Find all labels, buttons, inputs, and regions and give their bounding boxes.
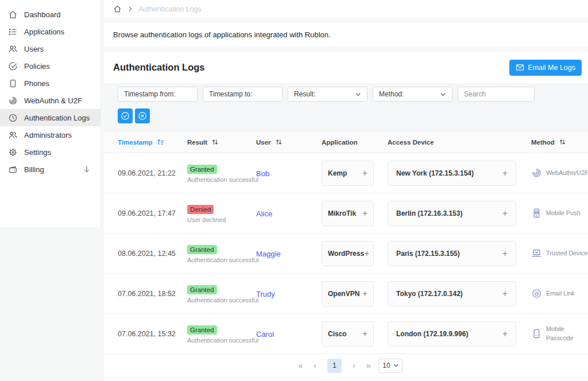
column-header-user[interactable]: User — [256, 138, 322, 146]
search-input[interactable]: Search — [458, 87, 535, 102]
column-header-application[interactable]: Application — [322, 139, 388, 146]
sidebar-item-webauthn-u2f[interactable]: WebAuthn & U2F — [0, 92, 100, 109]
list-icon — [8, 27, 18, 37]
sidebar-item-administrators[interactable]: Administrators — [0, 126, 100, 143]
application-cell: MikroTik + — [322, 201, 388, 226]
column-header-access-device[interactable]: Access Device — [388, 139, 531, 146]
table-row: 07.06.2021, 18:52 Granted Authentication… — [104, 274, 588, 314]
user-link[interactable]: Maggie — [256, 250, 281, 258]
trusted-device-icon — [531, 248, 542, 259]
pagination-first-icon[interactable]: « — [299, 361, 303, 370]
sidebar-item-policies[interactable]: Policies — [0, 57, 100, 75]
method-cell: Mobile Passcode — [531, 325, 588, 343]
access-device-box[interactable]: New York (172.15.3.154) + — [388, 161, 516, 186]
filters-section: Timestamp from: Timestamp to: Result: Me… — [104, 83, 588, 131]
breadcrumb-home-icon[interactable] — [113, 5, 122, 13]
check-circle-icon — [8, 61, 18, 71]
plus-icon[interactable]: + — [502, 248, 508, 259]
access-device-cell: Tokyo (172.17.0.142) + — [388, 281, 531, 306]
sidebar-item-authentication-logs[interactable]: Authentication Logs — [0, 109, 100, 126]
application-box[interactable]: OpenVPN + — [322, 281, 374, 306]
apply-filters-button[interactable] — [118, 108, 133, 123]
email-me-logs-button[interactable]: Email Me Logs — [509, 60, 582, 76]
user-link[interactable]: Trudy — [256, 290, 275, 298]
billing-expand-arrow-icon[interactable] — [82, 165, 91, 174]
user-link[interactable]: Alice — [256, 209, 272, 218]
plus-icon[interactable]: + — [362, 208, 368, 219]
application-box[interactable]: WordPress + — [322, 241, 374, 266]
plus-icon[interactable]: + — [502, 208, 508, 219]
access-device-box[interactable]: Berlin (172.16.3.153) + — [388, 201, 516, 226]
sidebar-item-users[interactable]: Users — [0, 40, 100, 57]
method-cell: @ Email Link — [531, 288, 588, 299]
result-detail: Authentication successful — [187, 176, 256, 183]
users-icon — [8, 130, 18, 140]
user-link[interactable]: Carol — [256, 330, 274, 339]
sidebar-item-dashboard[interactable]: Dashboard — [0, 6, 100, 23]
sidebar-item-label: WebAuthn & U2F — [24, 96, 82, 105]
column-header-method[interactable]: Method — [531, 138, 588, 146]
breadcrumb-chevron-icon — [127, 6, 133, 12]
column-header-timestamp[interactable]: Timestamp — [118, 138, 187, 146]
card-header: Authentication Logs Email Me Logs — [104, 52, 588, 83]
user-cell: Bob — [256, 168, 322, 178]
access-device-cell: Paris (172.15.3.155) + — [388, 241, 531, 266]
result-badge: Granted — [187, 165, 217, 174]
sidebar-item-label: Applications — [24, 28, 64, 36]
fingerprint-icon — [8, 96, 18, 106]
plus-icon[interactable]: + — [364, 248, 369, 259]
sidebar-item-billing[interactable]: Billing — [0, 161, 100, 178]
application-box[interactable]: Cisco + — [322, 321, 374, 347]
user-cell: Trudy — [256, 289, 322, 299]
access-device-box[interactable]: Paris (172.15.3.155) + — [388, 241, 516, 266]
sort-updown-icon — [559, 138, 566, 146]
svg-text:@: @ — [534, 291, 539, 297]
chevron-down-icon — [393, 363, 399, 368]
result-detail: Authentication successful — [187, 297, 256, 304]
phone-icon — [8, 79, 18, 88]
pagination-last-icon[interactable]: » — [366, 361, 371, 370]
pagination-prev-icon[interactable]: ‹ — [314, 361, 316, 370]
application-box[interactable]: Kemp + — [322, 161, 374, 186]
timestamp-cell: 09.06.2021, 21:22 — [118, 169, 187, 177]
timestamp-from-input[interactable]: Timestamp from: — [118, 87, 198, 102]
column-header-result[interactable]: Result — [187, 138, 256, 146]
application-cell: OpenVPN + — [322, 281, 388, 306]
sidebar-item-label: Dashboard — [24, 10, 61, 19]
email-link-icon: @ — [531, 288, 542, 299]
result-detail: User declined — [187, 216, 256, 223]
result-cell: Granted Authentication successful — [187, 284, 256, 304]
plus-icon[interactable]: + — [502, 289, 508, 299]
table-body: 09.06.2021, 21:22 Granted Authentication… — [104, 153, 588, 354]
timestamp-to-input[interactable]: Timestamp to: — [203, 87, 283, 102]
application-box[interactable]: MikroTik + — [322, 201, 374, 226]
clear-filters-button[interactable] — [135, 108, 150, 123]
access-device-box[interactable]: Tokyo (172.17.0.142) + — [388, 281, 516, 306]
sort-updown-icon — [211, 138, 219, 146]
page-title: Authentication Logs — [113, 62, 205, 73]
page-size-select[interactable]: 10 — [378, 359, 403, 373]
pagination: « ‹ 1 › » 10 — [104, 354, 588, 378]
result-badge: Granted — [187, 245, 217, 254]
chevron-down-icon — [355, 91, 361, 98]
plus-icon[interactable]: + — [502, 168, 508, 178]
sort-updown-icon — [275, 138, 283, 146]
sidebar-item-label: Settings — [24, 148, 51, 157]
sidebar-item-applications[interactable]: Applications — [0, 23, 100, 40]
plus-icon[interactable]: + — [362, 289, 368, 299]
sidebar-item-label: Authentication Logs — [24, 114, 90, 122]
plus-icon[interactable]: + — [502, 329, 508, 339]
pagination-current-page[interactable]: 1 — [327, 359, 342, 373]
plus-icon[interactable]: + — [362, 168, 368, 178]
result-select[interactable]: Result: — [288, 87, 368, 102]
sidebar: Dashboard Applications Users Policies Ph… — [0, 0, 101, 227]
table-row: 07.06.2021, 15:32 Granted Authentication… — [104, 314, 588, 354]
sidebar-item-phones[interactable]: Phones — [0, 75, 100, 92]
access-device-box[interactable]: London (172.19.9.996) + — [388, 321, 516, 347]
sidebar-item-settings[interactable]: Settings — [0, 143, 100, 161]
method-select[interactable]: Method: — [373, 87, 452, 102]
mobile-push-icon — [531, 208, 542, 219]
pagination-next-icon[interactable]: › — [353, 361, 355, 370]
plus-icon[interactable]: + — [362, 329, 368, 339]
user-link[interactable]: Bob — [256, 169, 269, 178]
